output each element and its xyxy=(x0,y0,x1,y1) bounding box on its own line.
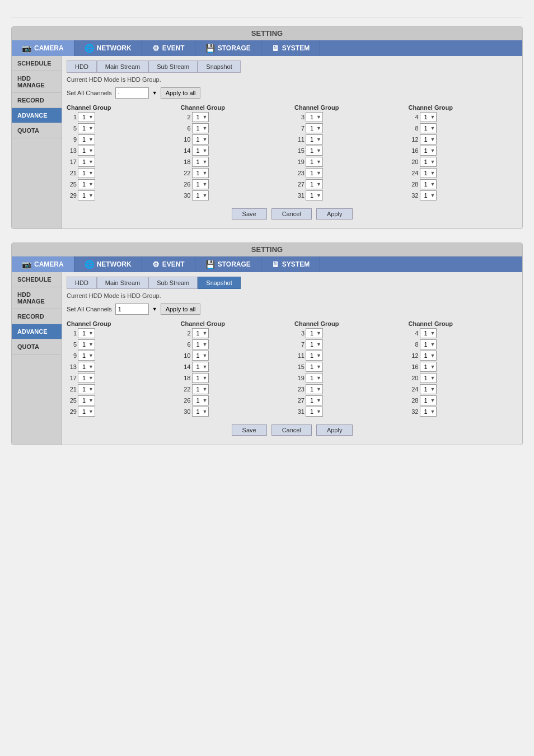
channel-select[interactable]: 1 ▼ xyxy=(420,373,437,383)
channel-dropdown-arrow[interactable]: ▼ xyxy=(430,148,435,153)
channel-dropdown-arrow[interactable]: ▼ xyxy=(203,137,208,142)
channel-dropdown-arrow[interactable]: ▼ xyxy=(203,159,208,165)
channel-dropdown-arrow[interactable]: ▼ xyxy=(88,342,93,347)
channel-select[interactable]: 1 ▼ xyxy=(420,190,437,200)
channel-dropdown-arrow[interactable]: ▼ xyxy=(430,114,435,120)
channel-select[interactable]: 1 ▼ xyxy=(78,134,95,144)
sidebar-item-schedule[interactable]: SCHEDULE xyxy=(12,56,62,71)
channel-dropdown-arrow[interactable]: ▼ xyxy=(203,398,208,403)
channel-select[interactable]: 1 ▼ xyxy=(192,351,209,361)
sub-tab-hdd[interactable]: HDD xyxy=(67,277,97,289)
channel-select[interactable]: 1 ▼ xyxy=(192,373,209,383)
channel-dropdown-arrow[interactable]: ▼ xyxy=(203,114,208,120)
cancel-button[interactable]: Cancel xyxy=(271,424,312,436)
channel-select[interactable]: 1 ▼ xyxy=(306,179,323,189)
channel-select[interactable]: 1 ▼ xyxy=(78,168,95,178)
channel-dropdown-arrow[interactable]: ▼ xyxy=(203,330,208,336)
sub-tab-main-stream[interactable]: Main Stream xyxy=(97,277,148,289)
sidebar-item-hdd-manage[interactable]: HDD MANAGE xyxy=(12,287,62,309)
channel-select[interactable]: 1 ▼ xyxy=(192,112,209,122)
sidebar-item-record[interactable]: RECORD xyxy=(12,93,62,108)
channel-dropdown-arrow[interactable]: ▼ xyxy=(88,159,93,165)
set-all-dropdown-arrow[interactable]: ▼ xyxy=(152,90,157,96)
channel-select[interactable]: 1 ▼ xyxy=(306,146,323,156)
channel-select[interactable]: 1 ▼ xyxy=(192,179,209,189)
channel-dropdown-arrow[interactable]: ▼ xyxy=(316,159,321,165)
channel-dropdown-arrow[interactable]: ▼ xyxy=(88,375,93,381)
channel-select[interactable]: 1 ▼ xyxy=(78,384,95,394)
tab-event[interactable]: ⚙ EVENT xyxy=(142,40,195,56)
channel-select[interactable]: 1 ▼ xyxy=(192,395,209,405)
channel-select[interactable]: 1 ▼ xyxy=(420,395,437,405)
channel-select[interactable]: 1 ▼ xyxy=(420,134,437,144)
channel-dropdown-arrow[interactable]: ▼ xyxy=(316,148,321,153)
channel-dropdown-arrow[interactable]: ▼ xyxy=(316,330,321,336)
channel-select[interactable]: 1 ▼ xyxy=(420,339,437,349)
channel-select[interactable]: 1 ▼ xyxy=(420,179,437,189)
channel-dropdown-arrow[interactable]: ▼ xyxy=(430,193,435,198)
channel-dropdown-arrow[interactable]: ▼ xyxy=(203,193,208,198)
channel-dropdown-arrow[interactable]: ▼ xyxy=(316,125,321,131)
sub-tab-sub-stream[interactable]: Sub Stream xyxy=(148,277,198,289)
save-button[interactable]: Save xyxy=(232,208,267,220)
channel-select[interactable]: 1 ▼ xyxy=(192,407,209,417)
apply-button[interactable]: Apply xyxy=(316,424,353,436)
channel-dropdown-arrow[interactable]: ▼ xyxy=(430,375,435,381)
cancel-button[interactable]: Cancel xyxy=(271,208,312,220)
channel-select[interactable]: 1 ▼ xyxy=(192,146,209,156)
channel-dropdown-arrow[interactable]: ▼ xyxy=(203,353,208,358)
channel-select[interactable]: 1 ▼ xyxy=(78,190,95,200)
channel-dropdown-arrow[interactable]: ▼ xyxy=(316,114,321,120)
channel-dropdown-arrow[interactable]: ▼ xyxy=(88,409,93,414)
tab-event[interactable]: ⚙ EVENT xyxy=(142,256,195,272)
channel-select[interactable]: 1 ▼ xyxy=(192,134,209,144)
channel-dropdown-arrow[interactable]: ▼ xyxy=(430,398,435,403)
sub-tab-snapshot[interactable]: Snapshot xyxy=(198,60,240,73)
channel-select[interactable]: 1 ▼ xyxy=(420,328,437,338)
channel-select[interactable]: 1 ▼ xyxy=(78,373,95,383)
tab-network[interactable]: 🌐 NETWORK xyxy=(74,40,142,56)
channel-dropdown-arrow[interactable]: ▼ xyxy=(88,181,93,187)
tab-camera[interactable]: 📷 CAMERA xyxy=(12,256,74,272)
channel-select[interactable]: 1 ▼ xyxy=(306,395,323,405)
channel-select[interactable]: 1 ▼ xyxy=(78,351,95,361)
channel-select[interactable]: 1 ▼ xyxy=(78,123,95,133)
sidebar-item-advance[interactable]: ADVANCE xyxy=(12,324,62,339)
channel-select[interactable]: 1 ▼ xyxy=(420,123,437,133)
channel-dropdown-arrow[interactable]: ▼ xyxy=(430,353,435,358)
channel-dropdown-arrow[interactable]: ▼ xyxy=(316,398,321,403)
channel-dropdown-arrow[interactable]: ▼ xyxy=(203,375,208,381)
channel-dropdown-arrow[interactable]: ▼ xyxy=(203,170,208,176)
channel-dropdown-arrow[interactable]: ▼ xyxy=(316,364,321,370)
sidebar-item-quota[interactable]: QUOTA xyxy=(12,339,62,354)
channel-select[interactable]: 1 ▼ xyxy=(78,146,95,156)
set-all-input[interactable] xyxy=(115,304,149,315)
channel-dropdown-arrow[interactable]: ▼ xyxy=(430,330,435,336)
channel-select[interactable]: 1 ▼ xyxy=(192,339,209,349)
channel-select[interactable]: 1 ▼ xyxy=(420,351,437,361)
channel-dropdown-arrow[interactable]: ▼ xyxy=(430,181,435,187)
channel-select[interactable]: 1 ▼ xyxy=(192,157,209,167)
channel-dropdown-arrow[interactable]: ▼ xyxy=(88,353,93,358)
channel-select[interactable]: 1 ▼ xyxy=(192,328,209,338)
channel-select[interactable]: 1 ▼ xyxy=(306,134,323,144)
sidebar-item-quota[interactable]: QUOTA xyxy=(12,123,62,138)
channel-dropdown-arrow[interactable]: ▼ xyxy=(88,137,93,142)
channel-dropdown-arrow[interactable]: ▼ xyxy=(316,375,321,381)
channel-select[interactable]: 1 ▼ xyxy=(306,168,323,178)
channel-dropdown-arrow[interactable]: ▼ xyxy=(430,364,435,370)
channel-dropdown-arrow[interactable]: ▼ xyxy=(88,170,93,176)
tab-network[interactable]: 🌐 NETWORK xyxy=(74,256,142,272)
channel-select[interactable]: 1 ▼ xyxy=(306,190,323,200)
tab-storage[interactable]: 💾 STORAGE xyxy=(195,40,261,56)
channel-select[interactable]: 1 ▼ xyxy=(306,373,323,383)
tab-storage[interactable]: 💾 STORAGE xyxy=(195,256,261,272)
channel-dropdown-arrow[interactable]: ▼ xyxy=(88,148,93,153)
channel-dropdown-arrow[interactable]: ▼ xyxy=(203,125,208,131)
channel-dropdown-arrow[interactable]: ▼ xyxy=(430,342,435,347)
channel-select[interactable]: 1 ▼ xyxy=(420,384,437,394)
channel-select[interactable]: 1 ▼ xyxy=(192,384,209,394)
channel-dropdown-arrow[interactable]: ▼ xyxy=(88,364,93,370)
sub-tab-hdd[interactable]: HDD xyxy=(67,60,97,73)
sidebar-item-record[interactable]: RECORD xyxy=(12,309,62,324)
